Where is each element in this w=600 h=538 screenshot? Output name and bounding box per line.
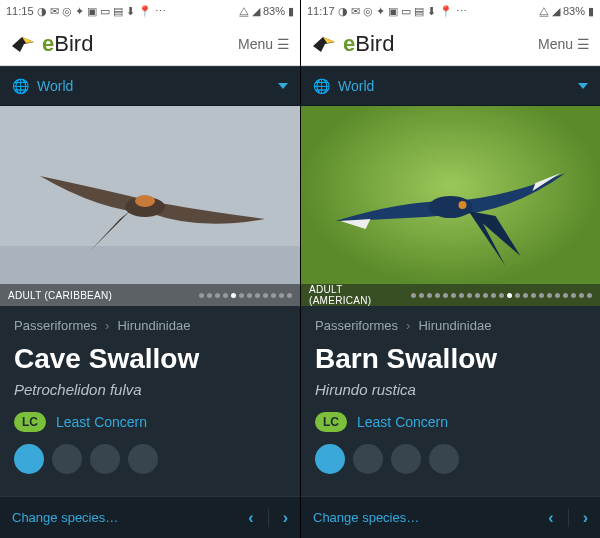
species-scientific-name: Petrochelidon fulva [14, 381, 286, 398]
carousel-dot[interactable] [491, 293, 496, 298]
conservation-status[interactable]: LC Least Concern [315, 412, 586, 432]
carousel-dot[interactable] [499, 293, 504, 298]
order-link[interactable]: Passeriformes [315, 318, 398, 333]
status-text: Least Concern [357, 414, 448, 430]
species-photo[interactable]: ADULT (AMERICAN) [301, 106, 600, 306]
nav-separator [568, 509, 569, 527]
carousel-dot[interactable] [435, 293, 440, 298]
more-icon: ⋯ [155, 5, 166, 18]
action-circle[interactable] [52, 444, 82, 474]
carousel-dot[interactable] [255, 293, 260, 298]
prev-species-button[interactable]: ‹ [548, 509, 553, 527]
download-icon: ⬇ [126, 5, 135, 18]
carousel-dot[interactable] [451, 293, 456, 298]
youtube-icon: ▭ [401, 5, 411, 18]
bottom-bar: Change species… ‹ › [301, 496, 600, 538]
ebird-logo[interactable]: eBird [10, 31, 93, 57]
region-selector[interactable]: 🌐 World [301, 66, 600, 106]
carousel-dot[interactable] [263, 293, 268, 298]
mail-icon: ✉ [50, 5, 59, 18]
prev-species-button[interactable]: ‹ [248, 509, 253, 527]
carousel-dot[interactable] [515, 293, 520, 298]
ebird-logo[interactable]: eBird [311, 31, 394, 57]
action-circle[interactable] [90, 444, 120, 474]
app-header: eBird Menu ☰ [301, 22, 600, 66]
species-common-name: Cave Swallow [14, 343, 286, 375]
carousel-dot[interactable] [443, 293, 448, 298]
location-icon: 📍 [138, 5, 152, 18]
action-circle[interactable] [128, 444, 158, 474]
chevron-down-icon [578, 83, 588, 89]
carousel-dot[interactable] [579, 293, 584, 298]
carousel-dot[interactable] [279, 293, 284, 298]
carousel-dot[interactable] [411, 293, 416, 298]
app-header: eBird Menu ☰ [0, 22, 300, 66]
download-icon: ⬇ [427, 5, 436, 18]
carousel-dot[interactable] [459, 293, 464, 298]
carousel-dots[interactable] [199, 293, 292, 298]
battery-text: 83% [263, 5, 285, 17]
action-circle[interactable] [14, 444, 44, 474]
screen-right: 11:17 ◑ ✉ ◎ ✦ ▣ ▭ ▤ ⬇ 📍 ⋯ ⧋ ◢ 83% ▮ eBir… [300, 0, 600, 538]
carousel-dot[interactable] [547, 293, 552, 298]
carousel-dot[interactable] [483, 293, 488, 298]
carousel-dot[interactable] [563, 293, 568, 298]
action-circles [315, 444, 586, 474]
location-icon: 📍 [439, 5, 453, 18]
species-scientific-name: Hirundo rustica [315, 381, 586, 398]
photo-icon: ▣ [388, 5, 398, 18]
carousel-dot[interactable] [571, 293, 576, 298]
photo-caption-bar: ADULT (AMERICAN) [301, 284, 600, 306]
hamburger-icon: ☰ [277, 36, 290, 52]
menu-button[interactable]: Menu ☰ [538, 36, 590, 52]
wifi-icon: ⧋ [239, 5, 249, 18]
carousel-dot[interactable] [539, 293, 544, 298]
breadcrumb-sep: › [406, 318, 410, 333]
region-selector[interactable]: 🌐 World [0, 66, 300, 106]
carousel-dot[interactable] [207, 293, 212, 298]
carousel-dot[interactable] [523, 293, 528, 298]
carousel-dot[interactable] [239, 293, 244, 298]
carousel-dot[interactable] [215, 293, 220, 298]
order-link[interactable]: Passeriformes [14, 318, 97, 333]
carousel-dot[interactable] [427, 293, 432, 298]
instagram-icon: ◎ [363, 5, 373, 18]
carousel-dot[interactable] [223, 293, 228, 298]
family-link[interactable]: Hirundinidae [418, 318, 491, 333]
whatsapp-icon: ◑ [338, 5, 348, 18]
carousel-dot[interactable] [587, 293, 592, 298]
change-species-link[interactable]: Change species… [12, 510, 118, 525]
carousel-dot[interactable] [475, 293, 480, 298]
more-icon: ⋯ [456, 5, 467, 18]
signal-icon: ◢ [552, 5, 560, 18]
carousel-dot[interactable] [419, 293, 424, 298]
family-link[interactable]: Hirundinidae [117, 318, 190, 333]
action-circle[interactable] [429, 444, 459, 474]
next-species-button[interactable]: › [283, 509, 288, 527]
logo-bird-icon [10, 34, 36, 54]
menu-button[interactable]: Menu ☰ [238, 36, 290, 52]
carousel-dot[interactable] [247, 293, 252, 298]
carousel-dot[interactable] [467, 293, 472, 298]
carousel-dot[interactable] [507, 293, 512, 298]
carousel-dot[interactable] [199, 293, 204, 298]
action-circle[interactable] [315, 444, 345, 474]
svg-point-7 [459, 201, 467, 209]
signal-icon: ◢ [252, 5, 260, 18]
status-badge: LC [315, 412, 347, 432]
carousel-dot[interactable] [287, 293, 292, 298]
conservation-status[interactable]: LC Least Concern [14, 412, 286, 432]
species-content: Passeriformes › Hirundinidae Cave Swallo… [0, 306, 300, 496]
next-species-button[interactable]: › [583, 509, 588, 527]
region-label: World [338, 78, 374, 94]
species-photo[interactable]: ADULT (CARIBBEAN) [0, 106, 300, 306]
carousel-dots[interactable] [411, 293, 592, 298]
action-circle[interactable] [391, 444, 421, 474]
action-circle[interactable] [353, 444, 383, 474]
change-species-link[interactable]: Change species… [313, 510, 419, 525]
carousel-dot[interactable] [271, 293, 276, 298]
carousel-dot[interactable] [231, 293, 236, 298]
carousel-dot[interactable] [555, 293, 560, 298]
status-badge: LC [14, 412, 46, 432]
carousel-dot[interactable] [531, 293, 536, 298]
